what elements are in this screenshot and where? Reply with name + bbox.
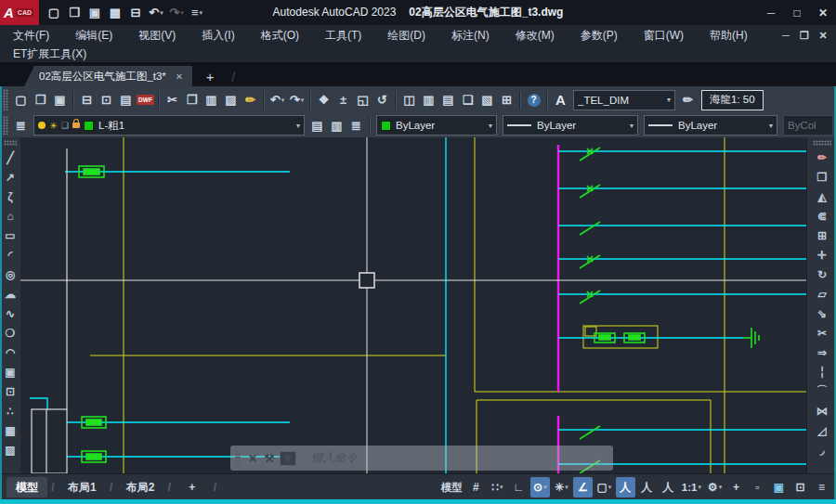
annotation-visibility-icon[interactable]: 人 [616, 477, 635, 498]
chevron-down-icon[interactable]: ▾ [500, 484, 503, 491]
dwf-icon[interactable]: DWF [136, 90, 155, 110]
chevron-down-icon[interactable]: ▾ [301, 97, 305, 104]
copy-icon[interactable]: ❐ [813, 167, 831, 187]
layout-slash[interactable]: / [211, 477, 218, 498]
circle-icon[interactable]: ◎ [1, 265, 20, 284]
layer-on-icon[interactable] [38, 122, 46, 129]
quick-calc-icon[interactable]: ⊞ [497, 90, 516, 110]
menu-insert[interactable]: 插入(I) [189, 26, 247, 45]
break-at-point-icon[interactable]: ╎ [813, 362, 831, 381]
tool-palettes-icon[interactable]: ▤ [438, 90, 458, 110]
offset-icon[interactable]: ⋐ [813, 206, 831, 226]
menu-help[interactable]: 帮助(H) [697, 26, 761, 45]
osnap-icon[interactable]: ▢▾ [594, 477, 614, 498]
layer-unlock-icon[interactable] [72, 123, 80, 128]
markup-icon[interactable]: ❏ [458, 90, 477, 110]
close-command-icon[interactable]: ✕ [244, 449, 261, 468]
cut-icon[interactable]: ✂ [163, 90, 182, 110]
trim-icon[interactable]: ✂ [813, 323, 831, 342]
arc-icon[interactable]: ◜ [1, 245, 20, 265]
layer-properties-icon[interactable]: ≣ [11, 115, 31, 136]
chevron-down-icon[interactable]: ▾ [180, 9, 184, 17]
layer-dropdown[interactable]: ☀ ❏ L-粗1 ▾ [33, 115, 305, 136]
grid-icon[interactable]: # [466, 477, 486, 498]
ortho-icon[interactable]: ∟ [509, 477, 529, 498]
doc-restore-button[interactable]: ❐ [795, 27, 814, 44]
viewports-icon[interactable]: ◫ [399, 90, 419, 110]
spline-icon[interactable]: ∿ [1, 304, 20, 323]
extend-icon[interactable]: ⇒ [813, 342, 831, 362]
new-tab-button[interactable]: + [198, 66, 222, 86]
menu-parametric[interactable]: 参数(P) [568, 26, 631, 45]
dim-style-dropdown[interactable]: _TEL_DIM ▾ [573, 90, 675, 110]
mirror-icon[interactable]: ◭ [813, 187, 831, 206]
document-tab[interactable]: 02高层公区电气施工图_t3* ✕ [24, 66, 192, 86]
erase-icon[interactable]: ✏ [813, 148, 831, 167]
print-icon[interactable]: ⊟ [126, 4, 145, 22]
open-file-icon[interactable]: ❒ [65, 4, 84, 22]
menu-tools[interactable]: 工具(T) [312, 26, 374, 45]
annotation-scale-icon[interactable]: 人 [659, 477, 678, 498]
redo-icon[interactable]: ↷▾ [167, 4, 186, 22]
menu-format[interactable]: 格式(O) [248, 26, 312, 45]
chevron-down-icon[interactable]: ▾ [565, 484, 568, 491]
tab-layout1[interactable]: 布局1 [59, 477, 106, 498]
gradient-icon[interactable]: ▨ [1, 440, 20, 459]
chevron-down-icon[interactable]: ▾ [769, 122, 773, 130]
isodraft-icon[interactable]: ✳▾ [552, 477, 571, 498]
array-icon[interactable]: ⊞ [813, 226, 831, 245]
scale-input[interactable]: 海龍1: 50 [701, 90, 764, 110]
menu-file[interactable]: 文件(F) [0, 26, 62, 45]
help-icon[interactable]: ? [524, 90, 543, 110]
scale-icon[interactable]: ▱ [813, 284, 831, 304]
rectangle-icon[interactable]: ▭ [1, 226, 20, 245]
chevron-down-icon[interactable]: ▾ [608, 484, 612, 491]
recent-commands-icon[interactable]: ▾ [280, 451, 296, 466]
scale-value[interactable]: 1:1▾ [680, 477, 703, 498]
color-dropdown[interactable]: ByLayer ▾ [376, 115, 497, 136]
drawing-canvas[interactable]: ✕⚒ ▾ 键入命令 [20, 137, 806, 473]
customize-icon[interactable]: ≡ [812, 477, 831, 498]
break-icon[interactable]: ⌒ [813, 381, 831, 401]
polar-tracking-icon[interactable]: ⊙▾ [530, 477, 550, 498]
zoom-window-icon[interactable]: ◱ [353, 90, 372, 110]
autocad-logo[interactable]: A CAD [0, 0, 39, 25]
close-tab-icon[interactable]: ✕ [176, 71, 183, 82]
isolate-objects-icon[interactable]: ▫ [748, 477, 767, 498]
menu-draw[interactable]: 绘图(D) [374, 26, 438, 45]
save-icon[interactable]: ▣ [50, 90, 70, 110]
command-line[interactable]: ✕⚒ ▾ 键入命令 [230, 446, 613, 471]
layer-thaw-icon[interactable]: ☀ [49, 121, 58, 131]
chevron-down-icon[interactable]: ▾ [719, 484, 723, 491]
layer-states-icon[interactable]: ≣ [346, 115, 366, 136]
new-file-icon[interactable]: ▢ [45, 4, 63, 22]
insert-block-icon[interactable]: ▣ [1, 362, 20, 381]
move-icon[interactable]: ✛ [813, 245, 831, 265]
print-preview-icon[interactable]: ⊡ [97, 90, 116, 110]
undo-icon[interactable]: ↶▾ [147, 4, 165, 22]
point-icon[interactable]: ∴ [1, 401, 20, 420]
paste-icon[interactable]: ▥ [202, 90, 221, 110]
copy-icon[interactable]: ❐ [182, 90, 202, 110]
line-icon[interactable]: ╱ [1, 148, 20, 167]
pan-icon[interactable]: ❖ [314, 90, 333, 110]
model-space-toggle[interactable]: 模型 [439, 477, 464, 498]
command-line-grip[interactable] [235, 450, 241, 467]
close-button[interactable]: ✕ [810, 0, 836, 25]
chevron-down-icon[interactable]: ▾ [281, 97, 285, 104]
chevron-down-icon[interactable]: ▾ [698, 484, 701, 491]
fillet-icon[interactable]: ◞ [813, 440, 831, 459]
menu-window[interactable]: 窗口(W) [631, 26, 697, 45]
layer-translate-icon[interactable]: ▧ [477, 90, 497, 110]
text-style-icon[interactable]: A [551, 90, 570, 110]
new-layout-button[interactable]: + [175, 477, 209, 498]
menu-view[interactable]: 视图(V) [125, 26, 189, 45]
polygon-icon[interactable]: ⌂ [1, 206, 20, 226]
layer-previous-icon[interactable]: ▥ [327, 115, 346, 136]
chevron-down-icon[interactable]: ▾ [489, 122, 492, 130]
minimize-button[interactable]: ─ [758, 0, 784, 25]
layout-slash[interactable]: / [108, 477, 115, 498]
save-as-icon[interactable]: ▩ [106, 4, 124, 22]
qat-menu-icon[interactable]: ≡▾ [188, 4, 206, 22]
chamfer-icon[interactable]: ◿ [813, 420, 831, 440]
